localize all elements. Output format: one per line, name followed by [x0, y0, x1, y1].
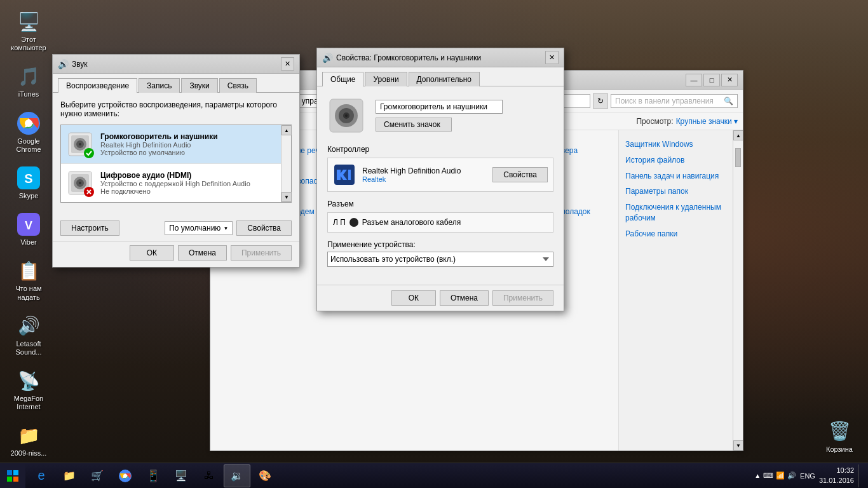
clock-date: 31.01.2016 — [819, 476, 854, 485]
cp-sidebar-history[interactable]: История файлов — [625, 152, 726, 168]
hdmi-device-icon — [66, 169, 94, 197]
megafon-icon: 📡 — [16, 368, 41, 393]
tab-levels[interactable]: Уровни — [365, 72, 407, 86]
icon-viber[interactable]: V Viber — [6, 209, 51, 249]
icon-skype[interactable]: S Skype — [6, 163, 51, 203]
cp-sidebar-defender[interactable]: Защитник Windows — [625, 137, 726, 152]
change-icon-button[interactable]: Сменить значок — [376, 118, 452, 132]
cp-minimize-button[interactable]: — — [686, 74, 702, 86]
svg-point-12 — [84, 148, 94, 158]
scrollbar-down-button[interactable]: ▼ — [733, 440, 743, 451]
icon-whatsneed[interactable]: 📋 Что намнадать — [6, 255, 51, 304]
controller-properties-button[interactable]: Свойства — [492, 167, 548, 182]
speaker-apply-button[interactable]: Применить — [492, 290, 553, 306]
usage-select[interactable]: Использовать это устройство (вкл.) — [327, 252, 553, 267]
taskbar-rdp[interactable]: 🖧 — [196, 464, 222, 487]
speaker-props-close-button[interactable]: ✕ — [545, 51, 559, 64]
cp-view-mode[interactable]: Крупные значки ▾ — [676, 117, 738, 126]
taskbar-explorer[interactable]: 📁 — [56, 464, 83, 487]
skype-icon: S — [16, 165, 41, 191]
scrollbar-up-button[interactable]: ▲ — [733, 130, 743, 140]
device-item-hdmi[interactable]: Цифровое аудио (HDMI) Устройство с подде… — [61, 164, 281, 202]
icon-megafon[interactable]: 📡 MegaFonInternet — [6, 365, 51, 414]
sound-dialog-controls: ✕ — [281, 57, 294, 71]
icon-nissan[interactable]: 📁 2009-niss... — [6, 420, 51, 460]
cp-sidebar-rdp[interactable]: Подключения к удаленным рабочим — [625, 200, 726, 226]
speakers-status: Устройство по умолчанию — [100, 149, 276, 156]
scrollbar-thumb[interactable] — [735, 148, 741, 167]
icon-letasoft[interactable]: 🔊 LetasoftSound... — [6, 311, 51, 359]
tab-sounds[interactable]: Звуки — [181, 78, 217, 93]
props-name-row: Сменить значок — [376, 100, 503, 132]
device-name-input[interactable] — [376, 100, 503, 114]
tab-advanced[interactable]: Дополнительно — [409, 72, 480, 86]
icon-chrome[interactable]: GoogleChrome — [6, 108, 51, 156]
default-dropdown-button[interactable]: По умолчанию ▼ — [165, 221, 233, 235]
check-badge — [84, 148, 94, 158]
device-list-container: Громкоговоритель и наушники Realtek High… — [60, 125, 292, 203]
taskbar-chrome[interactable] — [112, 464, 139, 487]
cp-refresh-button[interactable]: ↻ — [593, 93, 608, 109]
configure-button[interactable]: Настроить — [60, 220, 119, 236]
jack-dot-icon — [349, 218, 358, 227]
speaker-ok-button[interactable]: ОК — [391, 290, 436, 306]
sound-close-button[interactable]: ✕ — [281, 57, 294, 71]
tab-comm[interactable]: Связь — [219, 78, 257, 93]
hdmi-status: Не подключено — [100, 187, 276, 195]
jack-section: Разъем Л П Разъем аналогового кабеля — [327, 200, 553, 233]
controller-section-title: Контроллер — [327, 145, 553, 154]
cp-search-input[interactable]: Поиск в панели управления 🔍 — [611, 94, 738, 108]
cp-maximize-button[interactable]: □ — [703, 74, 720, 86]
signal-icon: 📶 — [776, 471, 785, 480]
cp-sidebar-workfolders[interactable]: Рабочие папки — [625, 226, 726, 242]
taskbar-teamviewer[interactable]: 🖥️ — [168, 464, 194, 487]
cp-scrollbar[interactable]: ▲ ▼ — [733, 130, 743, 451]
device-item-speakers[interactable]: Громкоговоритель и наушники Realtek High… — [61, 125, 281, 164]
cp-sidebar-right: Защитник Windows История файлов Панель з… — [618, 130, 733, 451]
taskbar-store[interactable]: 🛒 — [84, 464, 111, 487]
cp-sidebar-folders[interactable]: Параметры папок — [625, 184, 726, 200]
realtek-icon — [333, 163, 356, 186]
tab-playback[interactable]: Воспроизведение — [58, 78, 137, 93]
tab-record[interactable]: Запись — [139, 78, 180, 93]
notify-arrow-icon[interactable]: ▲ — [754, 472, 761, 479]
start-button[interactable] — [0, 463, 25, 489]
taskbar-viber[interactable]: 📱 — [140, 464, 166, 487]
sound-list-scrollbar[interactable]: ▲ ▼ — [281, 125, 291, 202]
controller-link[interactable]: Realtek — [362, 175, 492, 183]
cp-sidebar-taskbar[interactable]: Панель задач и навигация — [625, 168, 726, 184]
language-indicator[interactable]: ENG — [800, 472, 815, 480]
sound-cancel-button[interactable]: Отмена — [178, 245, 227, 261]
cp-close-button[interactable]: ✕ — [721, 74, 738, 86]
megafon-label: MegaFonInternet — [14, 395, 43, 411]
taskbar-clock[interactable]: 10:32 31.01.2016 — [819, 466, 854, 485]
taskbar-ie[interactable]: e — [28, 464, 55, 487]
jack-row: Л П Разъем аналогового кабеля — [327, 212, 553, 233]
viber-taskbar-icon: 📱 — [146, 468, 161, 484]
sound-dialog-title: Звук — [72, 60, 281, 69]
taskbar-paint[interactable]: 🎨 — [252, 464, 278, 487]
icon-itunes[interactable]: 🎵 iTunes — [6, 61, 51, 101]
computer-label: Этоткомпьютер — [11, 36, 46, 52]
speaker-props-title-icon: 🔊 — [322, 53, 332, 63]
speaker-cancel-button[interactable]: Отмена — [440, 290, 489, 306]
speaker-props-bottom: ОК Отмена Применить — [317, 285, 564, 311]
sound-title-icon: 🔊 — [58, 59, 68, 69]
sound-properties-button[interactable]: Свойства — [236, 220, 292, 236]
controller-section: Контроллер Realtek High Definition Audio… — [327, 145, 553, 192]
taskbar-sound[interactable]: 🔉 — [224, 464, 250, 487]
jack-description: Разъем аналогового кабеля — [362, 218, 461, 227]
sound-apply-button[interactable]: Применить — [231, 245, 292, 261]
volume-icon[interactable]: 🔊 — [787, 471, 796, 480]
paint-icon: 🎨 — [257, 468, 273, 484]
sound-scrollbar-down[interactable]: ▼ — [281, 192, 292, 202]
trash-icon-desktop[interactable]: 🗑️ Корзина — [817, 416, 862, 456]
tab-general[interactable]: Общие — [322, 72, 363, 86]
sound-ok-button[interactable]: ОК — [130, 245, 174, 261]
icon-computer[interactable]: 🖥️ Этоткомпьютер — [6, 6, 51, 55]
sound-scrollbar-up[interactable]: ▲ — [281, 125, 292, 135]
speakers-driver: Realtek High Definition Audio — [100, 141, 276, 149]
svg-point-17 — [79, 182, 81, 184]
viber-label: Viber — [20, 238, 36, 247]
show-desktop-button[interactable] — [858, 464, 863, 487]
